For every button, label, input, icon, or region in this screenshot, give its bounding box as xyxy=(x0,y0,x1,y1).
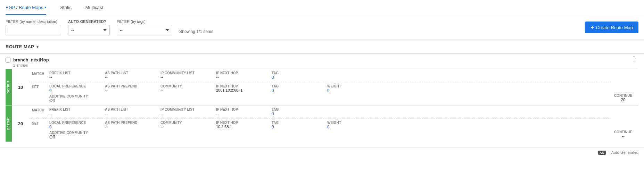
as-path-list-field-20: AS PATH LIST -- xyxy=(105,108,160,116)
set-fields-10: LOCAL PREFERENCE 0 ADDITIVE COMMUNITY Of… xyxy=(49,84,608,103)
filter-name-input[interactable] xyxy=(6,25,61,35)
community-field-10: COMMUNITY -- xyxy=(160,84,216,103)
filter-auto-generated-group: AUTO-GENERATED? -- xyxy=(68,19,110,35)
showing-count: Showing 1/1 items xyxy=(179,29,213,35)
tab-multicast-label: Multicast xyxy=(85,5,103,10)
as-path-list-field-10: AS PATH LIST -- xyxy=(105,71,160,80)
route-map-name-label: branch_nextHop xyxy=(13,57,49,62)
route-map-name-row: branch_nextHop xyxy=(6,54,49,63)
tag-match-field-10: TAG 0 xyxy=(272,71,327,80)
plus-icon: + xyxy=(591,24,594,31)
tab-bgp-route-maps[interactable]: BGP / Route Maps ▾ xyxy=(6,1,46,15)
prefix-list-field-20: PREFIX LIST -- xyxy=(49,108,105,116)
ip-next-hop-match-field-20: IP NEXT HOP -- xyxy=(216,108,272,116)
ip-next-hop-set-field-20: IP NEXT HOP 10.2.68.1 xyxy=(216,121,272,140)
ip-community-list-field-20: IP COMMUNITY LIST -- xyxy=(160,108,216,116)
set-label-20: SET xyxy=(32,121,49,140)
kebab-menu-button[interactable]: ⋮ xyxy=(631,55,638,62)
match-set-block-20: MATCH PREFIX LIST -- AS PATH LIST -- IP … xyxy=(29,106,611,142)
match-set-block-10: MATCH PREFIX LIST -- AS PATH LIST -- IP … xyxy=(29,69,611,105)
filter-tags-select[interactable]: -- xyxy=(117,25,172,35)
tag-set-field-10: TAG 0 xyxy=(272,84,327,103)
set-row-20: SET LOCAL PREFERENCE 0 ADDITIVE COMMUNIT… xyxy=(29,119,611,142)
prefix-list-field-10: PREFIX LIST -- xyxy=(49,71,105,80)
ip-community-list-field-10: IP COMMUNITY LIST -- xyxy=(160,71,216,80)
permit-label-20: permit xyxy=(6,106,12,142)
filter-tags-label: FILTER (by tags) xyxy=(117,19,172,24)
local-pref-field-20: LOCAL PREFERENCE 0 ADDITIVE COMMUNITY Of… xyxy=(49,121,105,140)
seq-num-10: 10 xyxy=(12,69,29,105)
route-map-container: branch_nextHop ⋮ 2 entries permit 10 MAT… xyxy=(0,54,644,147)
tab-multicast[interactable]: Multicast xyxy=(85,1,103,15)
tab-static-label: Static xyxy=(60,5,72,10)
set-row-10: SET LOCAL PREFERENCE 0 ADDITIVE COMMUNIT… xyxy=(29,82,611,105)
filter-auto-generated-select[interactable]: -- xyxy=(68,25,110,35)
filter-tags-group: FILTER (by tags) -- xyxy=(117,19,172,35)
tab-bgp-chevron: ▾ xyxy=(44,6,46,9)
filter-auto-generated-label: AUTO-GENERATED? xyxy=(68,19,110,24)
filter-name-group: FILTER (by name, description) xyxy=(6,19,61,35)
entry-row-10: permit 10 MATCH PREFIX LIST -- AS PATH L… xyxy=(6,69,638,105)
match-row-20: MATCH PREFIX LIST -- AS PATH LIST -- IP … xyxy=(29,106,611,119)
tab-bgp-label: BGP / Route Maps xyxy=(6,5,43,10)
match-row-10: MATCH PREFIX LIST -- AS PATH LIST -- IP … xyxy=(29,69,611,82)
permit-label-10: permit xyxy=(6,69,12,105)
route-map-entries-count: 2 entries xyxy=(6,63,638,67)
section-title: ROUTE MAP xyxy=(6,44,34,49)
route-map-header: branch_nextHop ⋮ xyxy=(6,54,638,63)
set-fields-20: LOCAL PREFERENCE 0 ADDITIVE COMMUNITY Of… xyxy=(49,121,608,140)
footer-note: AG = Auto-Generated xyxy=(0,147,644,158)
section-chevron-icon[interactable]: ▾ xyxy=(36,44,39,49)
seq-num-20: 20 xyxy=(12,106,29,142)
match-fields-10: PREFIX LIST -- AS PATH LIST -- IP COMMUN… xyxy=(49,71,608,80)
section-header: ROUTE MAP ▾ xyxy=(0,40,644,54)
tab-static[interactable]: Static xyxy=(60,1,72,15)
filter-bar: FILTER (by name, description) AUTO-GENER… xyxy=(0,15,644,40)
community-field-20: COMMUNITY -- xyxy=(160,121,216,140)
continue-col-10: CONTINUE 20 xyxy=(611,69,638,105)
create-route-map-button[interactable]: + Create Route Map xyxy=(585,22,638,33)
filter-name-label: FILTER (by name, description) xyxy=(6,19,61,24)
tag-match-field-20: TAG 0 xyxy=(272,108,327,116)
set-label-10: SET xyxy=(32,84,49,103)
create-route-map-label: Create Route Map xyxy=(596,25,633,30)
as-path-prepend-field-20: AS PATH PREPEND -- xyxy=(105,121,160,140)
ip-next-hop-set-field-10: IP NEXT HOP 2001:10:2:68::1 xyxy=(216,84,272,103)
footer-note-text: = Auto-Generated xyxy=(608,150,638,154)
ag-badge: AG xyxy=(598,151,606,155)
weight-field-20: WEIGHT 0 xyxy=(327,121,383,140)
match-label-20: MATCH xyxy=(32,108,49,116)
route-map-checkbox[interactable] xyxy=(6,58,10,62)
match-fields-20: PREFIX LIST -- AS PATH LIST -- IP COMMUN… xyxy=(49,108,608,116)
local-pref-field-10: LOCAL PREFERENCE 0 ADDITIVE COMMUNITY Of… xyxy=(49,84,105,103)
ip-next-hop-match-field-10: IP NEXT HOP -- xyxy=(216,71,272,80)
weight-field-10: WEIGHT 0 xyxy=(327,84,383,103)
continue-col-20: CONTINUE -- xyxy=(611,106,638,142)
match-label-10: MATCH xyxy=(32,71,49,80)
top-navigation: BGP / Route Maps ▾ Static Multicast xyxy=(0,0,644,15)
entry-row-20: permit 20 MATCH PREFIX LIST -- AS PATH L… xyxy=(6,105,638,142)
tag-set-field-20: TAG 0 xyxy=(272,121,327,140)
as-path-prepend-field-10: AS PATH PREPEND -- xyxy=(105,84,160,103)
